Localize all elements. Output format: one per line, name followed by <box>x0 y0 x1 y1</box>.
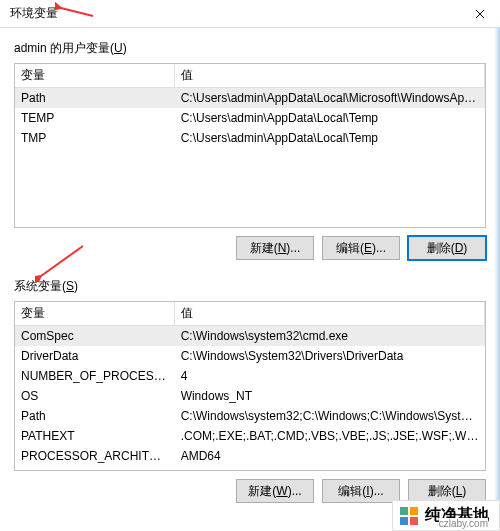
col-value[interactable]: 值 <box>175 64 485 88</box>
user-new-button[interactable]: 新建(N)... <box>236 236 314 260</box>
system-vars-label: 系统变量(S) <box>14 278 486 295</box>
svg-rect-5 <box>410 517 418 525</box>
var-value: C:\Windows\System32\Drivers\DriverData <box>175 346 485 366</box>
user-vars-label: admin 的用户变量(U) <box>14 40 486 57</box>
sys-edit-button[interactable]: 编辑(I)... <box>322 479 400 503</box>
table-row[interactable]: TEMPC:\Users\admin\AppData\Local\Temp <box>15 108 485 128</box>
svg-rect-4 <box>400 517 408 525</box>
var-value: .COM;.EXE;.BAT;.CMD;.VBS;.VBE;.JS;.JSE;.… <box>175 426 485 446</box>
table-row[interactable]: NUMBER_OF_PROCESSORS4 <box>15 366 485 386</box>
watermark-url: czlaby.com <box>439 518 488 529</box>
close-button[interactable] <box>460 0 500 28</box>
var-name: TEMP <box>15 108 175 128</box>
svg-rect-2 <box>400 507 408 515</box>
user-vars-table[interactable]: 变量 值 PathC:\Users\admin\AppData\Local\Mi… <box>14 63 486 228</box>
sys-new-button[interactable]: 新建(W)... <box>236 479 314 503</box>
table-row[interactable]: DriverDataC:\Windows\System32\Drivers\Dr… <box>15 346 485 366</box>
table-row[interactable]: PATHEXT.COM;.EXE;.BAT;.CMD;.VBS;.VBE;.JS… <box>15 426 485 446</box>
var-name: Path <box>15 88 175 109</box>
table-row[interactable]: ComSpecC:\Windows\system32\cmd.exe <box>15 326 485 347</box>
var-value: 4 <box>175 366 485 386</box>
var-value: C:\Users\admin\AppData\Local\Temp <box>175 128 485 148</box>
var-value: C:\Users\admin\AppData\Local\Microsoft\W… <box>175 88 485 109</box>
table-row[interactable]: PROCESSOR_ARCHITECT...AMD64 <box>15 446 485 466</box>
var-name: DriverData <box>15 346 175 366</box>
table-row[interactable]: TMPC:\Users\admin\AppData\Local\Temp <box>15 128 485 148</box>
col-name[interactable]: 变量 <box>15 64 175 88</box>
window-title: 环境变量 <box>10 5 58 22</box>
table-row[interactable]: OSWindows_NT <box>15 386 485 406</box>
system-vars-table[interactable]: 变量 值 ComSpecC:\Windows\system32\cmd.exeD… <box>14 301 486 471</box>
var-name: TMP <box>15 128 175 148</box>
var-name: Path <box>15 406 175 426</box>
user-delete-button[interactable]: 删除(D) <box>408 236 486 260</box>
var-name: ComSpec <box>15 326 175 347</box>
svg-rect-3 <box>410 507 418 515</box>
close-icon <box>475 9 485 19</box>
var-name: PROCESSOR_ARCHITECT... <box>15 446 175 466</box>
var-value: Windows_NT <box>175 386 485 406</box>
col-value[interactable]: 值 <box>175 302 485 326</box>
table-row[interactable]: PathC:\Users\admin\AppData\Local\Microso… <box>15 88 485 109</box>
user-edit-button[interactable]: 编辑(E)... <box>322 236 400 260</box>
watermark-logo-icon <box>399 506 419 526</box>
var-value: C:\Windows\system32\cmd.exe <box>175 326 485 347</box>
var-name: OS <box>15 386 175 406</box>
titlebar: 环境变量 <box>0 0 500 28</box>
var-value: C:\Windows\system32;C:\Windows;C:\Window… <box>175 406 485 426</box>
var-value: C:\Users\admin\AppData\Local\Temp <box>175 108 485 128</box>
var-value: AMD64 <box>175 446 485 466</box>
var-name: PATHEXT <box>15 426 175 446</box>
col-name[interactable]: 变量 <box>15 302 175 326</box>
table-row[interactable]: PathC:\Windows\system32;C:\Windows;C:\Wi… <box>15 406 485 426</box>
var-name: NUMBER_OF_PROCESSORS <box>15 366 175 386</box>
window-edge <box>494 28 500 531</box>
